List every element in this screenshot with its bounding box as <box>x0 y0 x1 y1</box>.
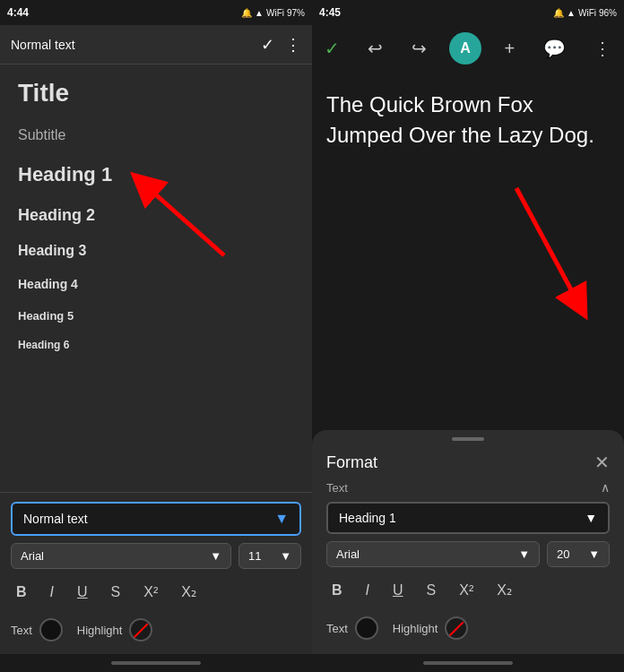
confirm-checkmark[interactable]: ✓ <box>261 35 274 55</box>
right-text-color-item[interactable]: Text <box>326 616 378 640</box>
highlight-color-item[interactable]: Highlight <box>77 618 153 642</box>
right-time: 4:45 <box>319 6 341 19</box>
battery-icon: 97% <box>287 8 305 18</box>
text-format-button[interactable]: A <box>449 32 481 65</box>
left-panel: 4:44 🔔 ▲ WiFi 97% Normal text ✓ ⋮ Title … <box>0 0 312 672</box>
right-style-dropdown-arrow: ▼ <box>585 511 597 525</box>
more-options-button[interactable]: ⋮ <box>588 34 617 63</box>
format-bottom-sheet: Format ✕ Text ∧ Heading 1 ▼ Arial ▼ 20 ▼… <box>312 430 624 654</box>
dropdown-item-title[interactable]: Title <box>0 68 312 118</box>
more-options-icon[interactable]: ⋮ <box>285 35 301 55</box>
dropdown-item-heading1[interactable]: Heading 1 <box>0 152 312 197</box>
add-button[interactable]: + <box>499 35 521 63</box>
right-highlight-color-item[interactable]: Highlight <box>393 616 469 640</box>
color-row: Text Highlight <box>11 615 301 645</box>
right-size-arrow: ▼ <box>588 547 600 561</box>
bold-button[interactable]: B <box>11 581 32 604</box>
highlight-color-circle[interactable] <box>129 618 152 642</box>
sheet-title-row: Format ✕ <box>326 452 610 473</box>
right-strikethrough-button[interactable]: S <box>421 579 442 602</box>
size-dropdown-arrow: ▼ <box>280 549 291 563</box>
dropdown-item-subtitle[interactable]: Subtitle <box>0 118 312 152</box>
right-notification-icon: 🔔 <box>553 8 564 18</box>
left-nav-bar <box>0 654 312 672</box>
style-select-row[interactable]: Normal text ▼ <box>11 502 301 536</box>
right-wifi-icon: WiFi <box>578 8 596 18</box>
right-font-value: Arial <box>336 547 360 561</box>
font-size-value: 11 <box>248 549 261 563</box>
style-dropdown-list: Title Subtitle Heading 1 Heading 2 Headi… <box>0 65 312 492</box>
style-dropdown-arrow: ▼ <box>274 511 289 527</box>
superscript-button[interactable]: X² <box>138 581 163 604</box>
comment-button[interactable]: 💬 <box>538 34 571 63</box>
style-select-value: Normal text <box>23 512 88 526</box>
confirm-button[interactable]: ✓ <box>319 34 345 63</box>
dropdown-item-heading4[interactable]: Heading 4 <box>0 268 312 300</box>
text-color-circle[interactable] <box>39 618 63 642</box>
right-style-select-value: Heading 1 <box>339 511 396 525</box>
right-panel: 4:45 🔔 ▲ WiFi 96% ✓ ↩ ↪ A + 💬 ⋮ The Quic… <box>312 0 624 672</box>
right-size-value: 20 <box>557 547 569 561</box>
right-bold-button[interactable]: B <box>326 579 348 602</box>
right-subscript-button[interactable]: X₂ <box>491 578 517 602</box>
right-highlight-color-label: Highlight <box>393 622 438 635</box>
right-italic-button[interactable]: I <box>360 579 375 602</box>
right-nav-indicator <box>423 661 513 665</box>
redo-button[interactable]: ↪ <box>406 34 432 63</box>
sheet-title: Format <box>326 453 377 472</box>
right-battery-icon: 96% <box>599 8 617 18</box>
right-superscript-button[interactable]: X² <box>454 579 479 602</box>
right-highlight-color-circle[interactable] <box>445 616 468 640</box>
font-row: Arial ▼ 11 ▼ <box>11 543 301 569</box>
style-select[interactable]: Normal text ▼ <box>11 502 301 536</box>
dropdown-item-heading5[interactable]: Heading 5 <box>0 300 312 332</box>
wifi-icon: WiFi <box>266 8 284 18</box>
underline-button[interactable]: U <box>72 581 93 604</box>
highlight-color-label: Highlight <box>77 624 123 637</box>
font-select[interactable]: Arial ▼ <box>11 543 231 569</box>
right-color-row: Text Highlight <box>326 613 610 643</box>
right-nav-bar <box>312 654 624 672</box>
font-value: Arial <box>21 549 44 563</box>
selected-style-label: Normal text <box>11 38 75 52</box>
italic-button[interactable]: I <box>45 581 59 604</box>
right-underline-button[interactable]: U <box>387 579 409 602</box>
undo-button[interactable]: ↩ <box>362 34 388 63</box>
right-content-area[interactable]: The Quick Brown Fox Jumped Over the Lazy… <box>312 72 624 430</box>
right-font-arrow: ▼ <box>518 547 530 561</box>
right-status-bar: 4:45 🔔 ▲ WiFi 96% <box>312 0 624 25</box>
signal-icon: ▲ <box>255 8 264 18</box>
strikethrough-button[interactable]: S <box>106 581 126 604</box>
right-text-color-circle[interactable] <box>355 616 378 640</box>
right-text-color-label: Text <box>326 622 348 635</box>
dropdown-item-heading3[interactable]: Heading 3 <box>0 234 312 268</box>
right-style-select[interactable]: Heading 1 ▼ <box>326 502 610 534</box>
left-nav-indicator <box>111 661 201 665</box>
right-size-select[interactable]: 20 ▼ <box>547 541 610 567</box>
left-status-icons: 🔔 ▲ WiFi 97% <box>241 8 305 18</box>
right-font-select[interactable]: Arial ▼ <box>326 541 540 567</box>
left-format-panel: Normal text ▼ Arial ▼ 11 ▼ B I U S X² X₂… <box>0 492 312 654</box>
right-style-select-row[interactable]: Heading 1 ▼ <box>326 502 610 534</box>
sheet-section-label: Text <box>326 481 348 495</box>
left-topbar: Normal text ✓ ⋮ <box>0 25 312 65</box>
sheet-section-caret[interactable]: ∧ <box>601 480 610 495</box>
left-status-bar: 4:44 🔔 ▲ WiFi 97% <box>0 0 312 25</box>
right-status-icons: 🔔 ▲ WiFi 96% <box>553 8 617 18</box>
right-toolbar: ✓ ↩ ↪ A + 💬 ⋮ <box>312 25 624 72</box>
text-color-item[interactable]: Text <box>11 618 63 642</box>
font-dropdown-arrow: ▼ <box>210 549 221 563</box>
document-text[interactable]: The Quick Brown Fox Jumped Over the Lazy… <box>326 90 610 150</box>
dropdown-item-heading2[interactable]: Heading 2 <box>0 197 312 234</box>
text-format-buttons: B I U S X² X₂ <box>11 576 301 607</box>
notification-icon: 🔔 <box>241 8 252 18</box>
font-size-select[interactable]: 11 ▼ <box>238 543 301 569</box>
right-font-row: Arial ▼ 20 ▼ <box>326 541 610 567</box>
text-format-icon: A <box>460 40 471 56</box>
dropdown-item-heading6[interactable]: Heading 6 <box>0 332 312 358</box>
sheet-close-button[interactable]: ✕ <box>594 452 610 473</box>
right-signal-icon: ▲ <box>567 8 576 18</box>
sheet-handle <box>452 437 484 441</box>
subscript-button[interactable]: X₂ <box>176 580 202 604</box>
text-color-label: Text <box>11 624 32 637</box>
